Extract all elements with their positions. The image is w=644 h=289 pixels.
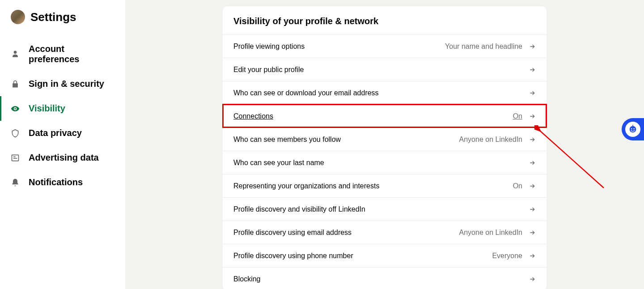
setting-value: Anyone on LinkedIn <box>459 229 522 237</box>
setting-label: Connections <box>233 112 273 120</box>
setting-label: Representing your organizations and inte… <box>233 182 379 190</box>
arrow-right-icon <box>529 229 536 236</box>
page-title: Settings <box>30 10 76 24</box>
svg-point-7 <box>631 128 632 130</box>
arrow-right-icon <box>529 206 536 213</box>
setting-profile-viewing-options[interactable]: Profile viewing options Your name and he… <box>223 34 547 58</box>
setting-last-name-visibility[interactable]: Who can see your last name <box>223 151 547 174</box>
settings-sidebar: Settings Account preferences Sign in & s… <box>0 0 125 289</box>
bell-icon <box>11 178 20 187</box>
setting-right: Anyone on LinkedIn <box>459 229 536 237</box>
arrow-right-icon <box>529 43 536 50</box>
sidebar-nav: Account preferences Sign in & security V… <box>0 37 125 195</box>
visibility-panel: Visibility of your profile & network Pro… <box>223 6 547 289</box>
setting-label: Profile viewing options <box>233 42 305 51</box>
setting-label: Edit your public profile <box>233 66 304 74</box>
sidebar-item-account-preferences[interactable]: Account preferences <box>0 37 125 72</box>
lock-icon <box>11 80 20 89</box>
setting-label: Profile discovery using phone number <box>233 252 353 260</box>
setting-right <box>522 276 536 283</box>
setting-right: On <box>513 182 536 190</box>
setting-discovery-phone[interactable]: Profile discovery using phone number Eve… <box>223 244 547 267</box>
svg-line-5 <box>540 131 604 188</box>
sidebar-item-advertising-data[interactable]: Advertising data <box>0 145 125 170</box>
setting-right <box>522 206 536 213</box>
arrow-right-icon <box>529 113 536 120</box>
sidebar-item-label: Notifications <box>29 177 83 187</box>
setting-value: On <box>513 182 522 190</box>
arrow-right-icon <box>529 183 536 190</box>
setting-label: Blocking <box>233 275 260 283</box>
setting-discovery-email[interactable]: Profile discovery using email address An… <box>223 221 547 244</box>
sidebar-item-label: Account preferences <box>29 44 114 64</box>
avatar[interactable] <box>11 10 25 24</box>
setting-value: Anyone on LinkedIn <box>459 136 522 144</box>
setting-right <box>522 159 536 166</box>
svg-point-0 <box>14 51 17 54</box>
arrow-right-icon <box>529 252 536 259</box>
eye-icon <box>11 104 20 113</box>
setting-right <box>522 89 536 97</box>
setting-right <box>522 66 536 73</box>
sidebar-header: Settings <box>0 10 125 37</box>
sidebar-item-label: Data privacy <box>29 128 82 138</box>
sidebar-item-security[interactable]: Sign in & security <box>0 72 125 96</box>
setting-right: Your name and headline <box>445 42 536 51</box>
sidebar-item-notifications[interactable]: Notifications <box>0 170 125 195</box>
sidebar-item-data-privacy[interactable]: Data privacy <box>0 121 125 145</box>
arrow-right-icon <box>529 89 536 97</box>
setting-right: On <box>513 112 536 120</box>
newspaper-icon <box>11 153 20 162</box>
setting-edit-public-profile[interactable]: Edit your public profile <box>223 58 547 81</box>
shield-icon <box>11 129 20 138</box>
panel-title: Visibility of your profile & network <box>223 16 547 34</box>
chatbot-button[interactable] <box>622 118 644 140</box>
setting-representing-orgs[interactable]: Representing your organizations and inte… <box>223 174 547 197</box>
setting-email-visibility[interactable]: Who can see or download your email addre… <box>223 81 547 104</box>
arrow-right-icon <box>529 159 536 166</box>
setting-connections[interactable]: Connections On <box>223 104 547 128</box>
sidebar-item-visibility[interactable]: Visibility <box>0 96 125 121</box>
sidebar-item-label: Visibility <box>29 103 65 114</box>
chatbot-icon <box>625 122 640 137</box>
user-icon <box>11 50 20 59</box>
arrow-right-icon <box>529 136 536 143</box>
arrow-right-icon <box>529 66 536 73</box>
setting-label: Profile discovery using email address <box>233 229 352 237</box>
setting-value: Your name and headline <box>445 42 522 51</box>
setting-label: Who can see or download your email addre… <box>233 89 379 97</box>
setting-discovery-off-linkedin[interactable]: Profile discovery and visibility off Lin… <box>223 197 547 221</box>
setting-right: Anyone on LinkedIn <box>459 136 536 144</box>
arrow-right-icon <box>529 276 536 283</box>
setting-blocking[interactable]: Blocking <box>223 267 547 289</box>
setting-followers-visibility[interactable]: Who can see members you follow Anyone on… <box>223 128 547 151</box>
setting-label: Who can see your last name <box>233 159 324 167</box>
sidebar-item-label: Sign in & security <box>29 79 104 89</box>
setting-label: Profile discovery and visibility off Lin… <box>233 205 365 213</box>
setting-label: Who can see members you follow <box>233 136 341 144</box>
setting-value: Everyone <box>492 252 522 260</box>
sidebar-item-label: Advertising data <box>29 153 99 163</box>
setting-right: Everyone <box>492 252 536 260</box>
svg-point-10 <box>632 125 633 126</box>
setting-value: On <box>513 112 522 120</box>
svg-point-8 <box>633 128 635 130</box>
